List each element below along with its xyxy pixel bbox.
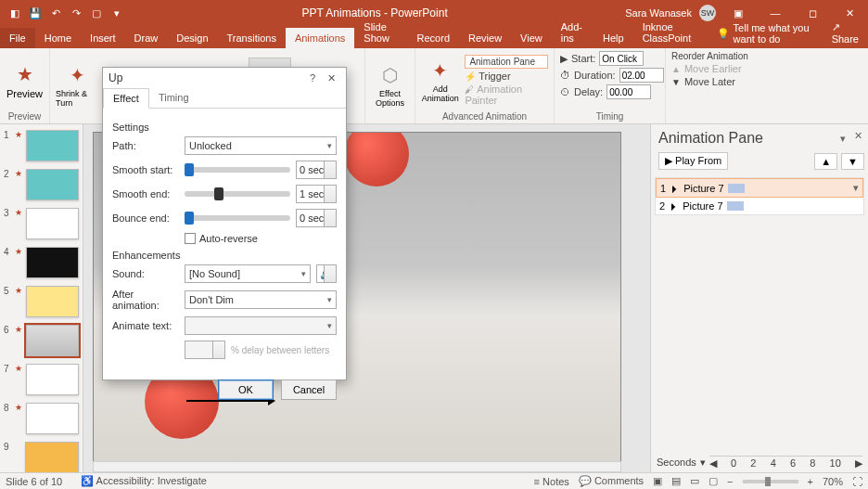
close-pane-icon[interactable]: ✕ [854, 130, 862, 142]
smooth-start-slider[interactable] [185, 167, 290, 173]
sound-volume-button[interactable]: 🔈 [316, 264, 337, 283]
group-timing: Timing [560, 109, 659, 122]
present-icon[interactable]: ▢ [89, 6, 104, 20]
help-icon[interactable]: ? [303, 72, 322, 84]
preview-button[interactable]: ★Preview [6, 53, 44, 109]
play-icon: ▶ [560, 53, 568, 65]
fit-icon[interactable]: ⛶ [852, 476, 862, 487]
view-sorter-icon[interactable]: ▤ [671, 475, 681, 487]
cancel-button[interactable]: Cancel [281, 380, 337, 400]
chevron-down-icon[interactable]: ▾ [853, 182, 859, 194]
animation-pane-title: Animation Pane [655, 130, 864, 147]
move-down-button[interactable]: ▼ [841, 153, 864, 170]
smooth-end-slider[interactable] [185, 191, 290, 197]
tab-home[interactable]: Home [35, 28, 81, 48]
auto-reverse-checkbox[interactable]: Auto-reverse [185, 233, 337, 244]
animation-item-2[interactable]: 2⏵ Picture 7 [656, 198, 863, 214]
path-label: Path: [112, 140, 179, 151]
tab-help[interactable]: Help [594, 28, 633, 48]
chevron-down-icon[interactable]: ▾ [840, 133, 846, 145]
horizontal-scrollbar[interactable] [93, 461, 621, 472]
tick-left-icon[interactable]: ◀ [709, 457, 717, 469]
dialog-tab-effect[interactable]: Effect [103, 88, 149, 109]
autosave-icon[interactable]: ◧ [7, 6, 22, 20]
path-combo[interactable]: Unlocked [185, 136, 337, 155]
tab-classpoint[interactable]: Inknoe ClassPoint [633, 17, 708, 48]
enhance-label: Enhancements [112, 250, 337, 261]
zoom-slider[interactable] [743, 480, 798, 483]
group-preview: Preview [6, 109, 44, 122]
effect-options-button[interactable]: ⬡Effect Options [371, 58, 409, 113]
accessibility-status[interactable]: ♿ Accessibility: Investigate [81, 475, 207, 487]
zoom-in-icon[interactable]: + [808, 476, 813, 487]
dialog-close-icon[interactable]: ✕ [322, 72, 340, 84]
dialog-tab-timing[interactable]: Timing [149, 88, 198, 108]
animation-item-1[interactable]: 1⏵ Picture 7▾ [656, 178, 863, 198]
move-earlier-button: ▲ Move Earlier [671, 63, 760, 74]
notes-button[interactable]: ≡ Notes [534, 476, 569, 487]
thumb-8[interactable]: 8★ [4, 403, 79, 434]
tab-draw[interactable]: Draw [125, 28, 168, 48]
thumb-5[interactable]: 5★ [4, 286, 79, 317]
tab-view[interactable]: View [511, 28, 552, 48]
tab-slideshow[interactable]: Slide Show [354, 17, 407, 48]
zoom-value[interactable]: 70% [823, 476, 843, 487]
save-icon[interactable]: 💾 [28, 6, 43, 20]
share-button[interactable]: ↗ Share [823, 18, 868, 48]
after-anim-combo[interactable]: Don't Dim [185, 290, 337, 309]
thumb-4[interactable]: 4★ [4, 247, 79, 278]
smooth-start-value[interactable]: 0 sec [296, 161, 337, 179]
tab-file[interactable]: File [0, 28, 35, 48]
zoom-out-icon[interactable]: − [727, 476, 733, 487]
thumb-1[interactable]: 1★ [4, 130, 79, 161]
slide-counter: Slide 6 of 10 [6, 476, 62, 487]
ok-button[interactable]: OK [218, 380, 274, 400]
tab-record[interactable]: Record [408, 28, 459, 48]
thumb-9[interactable]: 9 [4, 442, 79, 472]
duration-input[interactable] [619, 68, 664, 83]
thumb-3[interactable]: 3★ [4, 208, 79, 239]
bounce-end-slider[interactable] [185, 215, 290, 221]
delay-icon: ⏲ [560, 86, 570, 97]
effect-shrink-turn[interactable]: ✦Shrink & Turn [56, 58, 98, 113]
timeline-footer: Seconds▾ ◀ 0246810 ▶ [657, 456, 862, 469]
undo-icon[interactable]: ↶ [48, 6, 63, 20]
move-later-button[interactable]: ▼ Move Later [671, 76, 760, 87]
thumb-7[interactable]: 7★ [4, 364, 79, 395]
trigger-button[interactable]: ⚡ Trigger [465, 71, 548, 82]
tick-right-icon[interactable]: ▶ [855, 457, 862, 469]
chevron-down-icon[interactable]: ▾ [700, 457, 706, 469]
delay-input[interactable] [606, 84, 651, 99]
view-slideshow-icon[interactable]: ▢ [708, 475, 718, 487]
thumb-2[interactable]: 2★ [4, 169, 79, 200]
comments-button[interactable]: 💬 Comments [579, 475, 644, 487]
reorder-label: Reorder Animation [671, 51, 760, 61]
thumb-6[interactable]: 6★ [4, 325, 79, 356]
view-reading-icon[interactable]: ▭ [690, 475, 699, 487]
sound-label: Sound: [112, 268, 179, 279]
group-advanced: Advanced Animation [421, 109, 548, 122]
play-from-button[interactable]: ▶ Play From [658, 152, 728, 170]
tell-me[interactable]: 💡Tell me what you want to do [708, 19, 823, 48]
tab-design[interactable]: Design [167, 28, 217, 48]
tab-animations[interactable]: Animations [286, 28, 354, 48]
smooth-end-value[interactable]: 1 sec [296, 185, 337, 203]
start-input[interactable] [599, 51, 644, 66]
tab-insert[interactable]: Insert [81, 28, 125, 48]
animate-text-label: Animate text: [112, 320, 179, 331]
more-icon[interactable]: ▾ [109, 6, 124, 20]
tab-review[interactable]: Review [459, 28, 511, 48]
picture-ball-top[interactable] [344, 132, 409, 187]
add-animation-button[interactable]: ✦Add Animation [421, 53, 459, 109]
view-normal-icon[interactable]: ▣ [653, 475, 662, 487]
animation-pane: ▾ ✕ Animation Pane ▶ Play From ▲ ▼ 1⏵ Pi… [650, 124, 868, 472]
click-icon: ⏵ [669, 200, 679, 212]
smooth-start-label: Smooth start: [112, 164, 179, 175]
redo-icon[interactable]: ↷ [69, 6, 83, 20]
sound-combo[interactable]: [No Sound] [185, 264, 311, 283]
tab-addins[interactable]: Add-ins [552, 17, 594, 48]
move-up-button[interactable]: ▲ [814, 153, 837, 170]
bounce-end-value[interactable]: 0 sec [296, 209, 337, 227]
animation-pane-button[interactable]: Animation Pane [465, 55, 548, 69]
tab-transitions[interactable]: Transitions [218, 28, 286, 48]
